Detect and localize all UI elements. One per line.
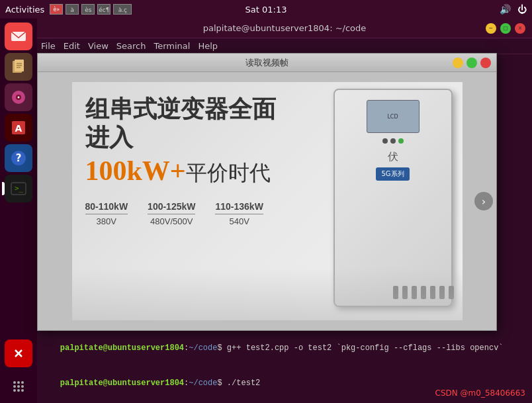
svg-line-16	[15, 350, 22, 357]
activities-button[interactable]: Activities	[5, 5, 44, 15]
power-icon[interactable]: ⏻	[517, 4, 527, 15]
svg-point-24	[13, 389, 16, 392]
ad-spec-2: 100-125kW 480V/500V	[148, 201, 195, 226]
ad-text-left: 组串式逆变器全面进入 100kW+平价时代 80-110kW 380V 100-…	[85, 95, 290, 226]
minimize-button[interactable]: −	[486, 23, 496, 34]
app-icon-2[interactable]: à	[66, 4, 79, 15]
terminal-title: palpitate@ubuntuserver1804: ~/code	[203, 23, 367, 33]
svg-point-18	[13, 381, 16, 384]
email-icon	[10, 28, 27, 45]
spec-3-voltage: 540V	[215, 216, 263, 226]
svg-rect-2	[15, 60, 24, 71]
menu-view[interactable]: View	[88, 41, 109, 51]
terminal-window-controls: − □ ×	[486, 23, 525, 34]
sidebar: A ? >_	[0, 19, 37, 403]
svg-point-15	[11, 346, 26, 361]
ad-specs: 80-110kW 380V 100-125kW 480V/500V 110-13…	[85, 201, 290, 226]
svg-point-25	[17, 389, 20, 392]
maximize-button[interactable]: □	[500, 23, 511, 34]
close-button[interactable]: ×	[515, 23, 525, 34]
viewer-close-button[interactable]	[480, 58, 491, 68]
menu-file[interactable]: File	[41, 41, 56, 51]
sidebar-icon-apps[interactable]	[5, 373, 32, 400]
viewer-titlebar: 读取视频帧	[38, 54, 496, 72]
ad-spec-3: 110-136kW 540V	[215, 201, 263, 226]
stop-icon	[10, 345, 27, 362]
files-icon	[10, 58, 27, 75]
ad-headline: 组串式逆变器全面进入	[85, 95, 290, 152]
app-icon-3[interactable]: ès	[81, 4, 95, 15]
viewer-window-controls	[453, 58, 491, 68]
nav-next-button[interactable]: ›	[474, 192, 493, 210]
ad-subheadline: 100kW+	[85, 156, 186, 186]
viewer-maximize-button[interactable]	[466, 58, 477, 68]
sidebar-icon-help[interactable]: ?	[5, 144, 32, 172]
svg-point-7	[16, 95, 21, 100]
ad-spec-1: 80-110kW 380V	[85, 201, 128, 226]
terminal-menubar: File Edit View Search Terminal Help	[37, 38, 532, 54]
sidebar-icon-terminal[interactable]: >_	[5, 175, 32, 202]
apps-grid-icon	[10, 378, 27, 395]
svg-point-8	[18, 97, 20, 99]
app-icon-1[interactable]: è»	[50, 4, 63, 15]
svg-rect-0	[11, 32, 26, 41]
ad-image: 组串式逆变器全面进入 100kW+平价时代 80-110kW 380V 100-…	[72, 82, 463, 320]
spec-3-range: 110-136kW	[215, 201, 263, 214]
menu-help[interactable]: Help	[198, 41, 218, 51]
app-icons-group: è» à ès éc¶ à.ç	[50, 4, 132, 15]
svg-point-21	[13, 385, 16, 388]
bottom-line-2b: è»»à□□ès□□éc¶à.ç	[41, 400, 528, 403]
menu-search[interactable]: Search	[116, 41, 146, 51]
csdn-text: CSDN @m0_58406663	[435, 388, 525, 398]
system-clock: Sat 01:13	[245, 5, 287, 15]
system-bar-left: Activities è» à ès éc¶ à.ç	[5, 4, 132, 15]
viewer-title: 读取视频帧	[245, 57, 288, 69]
svg-line-17	[15, 350, 22, 357]
app-icon-4[interactable]: éc¶	[97, 4, 111, 15]
terminal-titlebar: palpitate@ubuntuserver1804: ~/code − □ ×	[37, 19, 532, 38]
bottom-line-1: palpitate@ubuntuserver1804:~/code$ g++ t…	[41, 332, 528, 366]
menu-edit[interactable]: Edit	[64, 41, 80, 51]
svg-point-6	[12, 91, 25, 104]
svg-rect-1	[13, 61, 22, 73]
spec-2-range: 100-125kW	[148, 201, 195, 214]
image-viewer-window: 读取视频帧 组串式逆变器全面进入 100kW+平价时代 80-110kW 380…	[37, 53, 497, 331]
svg-rect-9	[12, 121, 25, 134]
viewer-minimize-button[interactable]	[453, 58, 463, 68]
viewer-content: 组串式逆变器全面进入 100kW+平价时代 80-110kW 380V 100-…	[38, 72, 496, 330]
spec-1-voltage: 380V	[85, 216, 128, 226]
spec-2-voltage: 480V/500V	[148, 216, 195, 226]
inverter-badge: 5G系列	[376, 167, 409, 181]
svg-point-23	[21, 385, 24, 388]
svg-text:>_: >_	[15, 184, 24, 193]
inverter-buttons	[382, 138, 404, 144]
svg-text:?: ?	[16, 152, 22, 164]
help-icon: ?	[10, 150, 27, 167]
inverter-screen: LCD	[367, 100, 420, 133]
svg-point-22	[17, 385, 20, 388]
svg-rect-13	[11, 183, 26, 195]
ad-highlight: 100kW+平价时代	[85, 155, 290, 188]
system-tray: 🔊 ⏻	[500, 4, 527, 15]
svg-point-19	[17, 381, 20, 384]
inverter-brand: 伏	[388, 150, 398, 164]
sidebar-icon-warning[interactable]	[5, 339, 32, 367]
sidebar-icon-files[interactable]	[5, 53, 32, 81]
svg-point-26	[21, 389, 24, 392]
svg-text:A: A	[15, 123, 22, 134]
volume-icon[interactable]: 🔊	[500, 4, 511, 15]
system-bar: Activities è» à ès éc¶ à.ç Sat 01:13 🔊 ⏻	[0, 0, 532, 19]
csdn-watermark: CSDN @m0_58406663	[435, 388, 525, 398]
text-editor-icon: A	[10, 119, 27, 136]
svg-point-11	[11, 151, 26, 165]
terminal-icon: >_	[10, 180, 27, 197]
sidebar-icon-texteditor[interactable]: A	[5, 114, 32, 142]
sidebar-icon-media[interactable]	[5, 83, 32, 111]
ad-bottom-gradient	[72, 267, 463, 320]
menu-terminal[interactable]: Terminal	[154, 41, 190, 51]
app-icon-5[interactable]: à.ç	[113, 4, 132, 15]
ad-subheadline2: 平价时代	[186, 161, 271, 185]
sidebar-icon-email[interactable]	[5, 22, 32, 50]
spec-1-range: 80-110kW	[85, 201, 128, 214]
media-icon	[10, 89, 27, 106]
